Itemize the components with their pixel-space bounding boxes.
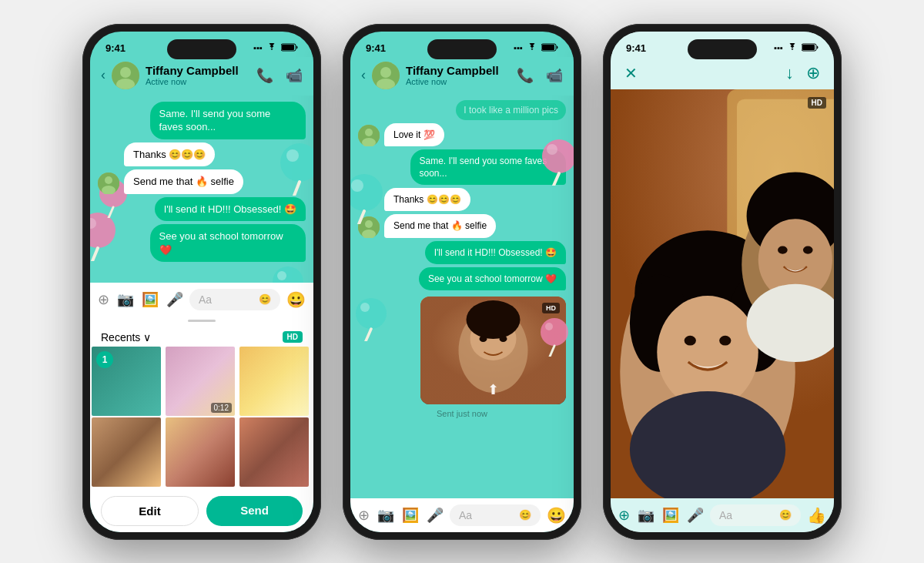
contact-info-2: Tiffany Campbell Active now bbox=[406, 64, 511, 86]
battery-icon-2 bbox=[541, 43, 558, 53]
svg-point-34 bbox=[541, 318, 568, 346]
svg-line-30 bbox=[359, 211, 364, 224]
avatar-small-1 bbox=[98, 173, 119, 194]
send-button-1[interactable]: Send bbox=[206, 496, 303, 526]
avatar-small-p2 bbox=[358, 125, 380, 146]
message-row-1: Same. I'll send you some faves soon... bbox=[98, 102, 306, 139]
input-placeholder-3: Aa bbox=[719, 509, 732, 521]
msg-partial: I took like a million pics bbox=[358, 100, 566, 120]
mic-icon-2[interactable]: 🎤 bbox=[427, 507, 444, 524]
phone-3-shell: 9:41 ▪▪▪ ✕ ↓ ⊕ bbox=[603, 24, 842, 540]
input-icons-3: ⊕ 📷 🖼️ 🎤 bbox=[618, 507, 704, 524]
mic-icon-3[interactable]: 🎤 bbox=[687, 507, 704, 524]
close-button-3[interactable]: ✕ bbox=[624, 64, 638, 82]
camera-icon-2[interactable]: 📷 bbox=[377, 507, 394, 524]
header-actions-2: 📞 📹 bbox=[517, 67, 563, 84]
battery-icon-1 bbox=[281, 43, 298, 53]
message-input-1[interactable]: Aa 😊 bbox=[189, 289, 280, 310]
phone-1-shell: 9:41 ▪▪▪ ‹ bbox=[82, 24, 321, 540]
add-icon-3[interactable]: ⊕ bbox=[618, 507, 630, 524]
thumbsup-3[interactable]: 👍 bbox=[807, 506, 826, 524]
media-thumb-4[interactable] bbox=[92, 417, 161, 487]
svg-line-10 bbox=[92, 248, 98, 261]
contact-info-1: Tiffany Campbell Active now bbox=[146, 64, 250, 86]
photo-icon-1[interactable]: 🖼️ bbox=[142, 291, 159, 308]
input-icons-1: ⊕ 📷 🖼️ 🎤 bbox=[98, 291, 183, 308]
camera-icon-1[interactable]: 📷 bbox=[117, 291, 134, 308]
back-button-1[interactable]: ‹ bbox=[101, 67, 105, 83]
status-time-2: 9:41 bbox=[366, 42, 386, 54]
phone-2-shell: 9:41 ▪▪▪ ‹ bbox=[343, 24, 581, 540]
add-icon-1[interactable]: ⊕ bbox=[98, 291, 109, 308]
message-bubble-1: Same. I'll send you some faves soon... bbox=[150, 102, 306, 139]
photo-view-actions-3: ↓ ⊕ bbox=[785, 63, 820, 83]
contact-status-1: Active now bbox=[146, 77, 250, 86]
emoji-icon-3[interactable]: 😊 bbox=[779, 509, 792, 521]
phone-3-screen: 9:41 ▪▪▪ ✕ ↓ ⊕ bbox=[611, 32, 834, 532]
signal-icon-2: ▪▪▪ bbox=[514, 43, 523, 52]
media-thumb-1[interactable]: 1 bbox=[92, 347, 161, 416]
media-thumb-5[interactable] bbox=[166, 417, 235, 487]
edit-button-1[interactable]: Edit bbox=[101, 496, 199, 526]
media-grid-1: 1 0:12 bbox=[90, 347, 313, 490]
msg-love: Love it 💯 bbox=[358, 123, 566, 146]
p2-candy-teal2 bbox=[354, 297, 389, 344]
input-placeholder-2: Aa bbox=[459, 509, 472, 521]
contact-name-2: Tiffany Campbell bbox=[406, 64, 511, 77]
msg-selfie-p2: Send me that 🔥 selfie bbox=[358, 214, 566, 237]
video-icon-2[interactable]: 📹 bbox=[546, 67, 563, 84]
media-thumb-2[interactable]: 0:12 bbox=[166, 347, 235, 416]
add-icon-2[interactable]: ⊕ bbox=[358, 507, 370, 524]
mic-icon-1[interactable]: 🎤 bbox=[166, 291, 183, 308]
status-time-1: 9:41 bbox=[105, 42, 126, 54]
svg-point-18 bbox=[105, 176, 112, 184]
video-icon-1[interactable]: 📹 bbox=[286, 67, 303, 84]
call-icon-2[interactable]: 📞 bbox=[517, 67, 534, 84]
msg-seeyou-p2: See you at school tomorrow ❤️ bbox=[358, 267, 566, 290]
download-icon-3[interactable]: ↓ bbox=[785, 63, 794, 83]
dynamic-island-2 bbox=[427, 39, 497, 59]
photo-icon-3[interactable]: 🖼️ bbox=[662, 507, 679, 524]
msg-love-bubble: Love it 💯 bbox=[384, 123, 444, 146]
recents-label[interactable]: Recents ∨ bbox=[101, 331, 151, 343]
emoji-sticker-1[interactable]: 😀 bbox=[286, 290, 306, 309]
photo-view-header-3: ✕ ↓ ⊕ bbox=[611, 57, 834, 89]
media-thumb-3[interactable] bbox=[239, 347, 309, 416]
phone-2-screen: 9:41 ▪▪▪ ‹ bbox=[350, 32, 574, 532]
svg-rect-51 bbox=[802, 45, 815, 50]
message-bubble-2: Thanks 😊😊😊 bbox=[124, 142, 215, 167]
video-duration-1: 0:12 bbox=[211, 403, 232, 413]
input-bar-3: ⊕ 📷 🖼️ 🎤 Aa 😊 👍 bbox=[611, 498, 834, 532]
message-input-2[interactable]: Aa 😊 bbox=[450, 504, 541, 526]
media-actions-1: Edit Send bbox=[90, 490, 313, 532]
media-thumb-6[interactable] bbox=[239, 417, 309, 487]
emoji-icon-2[interactable]: 😊 bbox=[519, 509, 531, 521]
svg-point-3 bbox=[120, 67, 131, 78]
share-icon-p2[interactable]: ⬆ bbox=[487, 381, 499, 398]
camera-icon-3[interactable]: 📷 bbox=[638, 507, 654, 524]
svg-point-29 bbox=[351, 179, 363, 192]
back-button-2[interactable]: ‹ bbox=[361, 67, 366, 83]
message-bubble-3: Send me that 🔥 selfie bbox=[124, 169, 243, 194]
battery-icon-3 bbox=[802, 43, 819, 53]
svg-point-47 bbox=[467, 300, 521, 339]
photo-icon-2[interactable]: 🖼️ bbox=[402, 507, 419, 524]
message-input-3[interactable]: Aa 😊 bbox=[710, 504, 801, 526]
options-icon-3[interactable]: ⊕ bbox=[806, 63, 820, 83]
media-picker-1: Recents ∨ HD 1 0:12 E bbox=[90, 317, 313, 532]
msg-thanks-p2: Thanks 😊😊😊 bbox=[358, 188, 566, 211]
svg-point-68 bbox=[803, 246, 813, 253]
phone-1: 9:41 ▪▪▪ ‹ bbox=[82, 24, 321, 540]
emoji-icon-1[interactable]: 😊 bbox=[259, 293, 271, 305]
hd-badge-1[interactable]: HD bbox=[283, 331, 303, 343]
svg-line-27 bbox=[554, 173, 559, 186]
message-row-4: I'll send it HD!!! Obsessed! 🤩 bbox=[98, 197, 306, 222]
svg-point-35 bbox=[545, 323, 553, 330]
avatar-2 bbox=[372, 62, 400, 89]
svg-rect-21 bbox=[542, 45, 554, 50]
input-bar-1: ⊕ 📷 🖼️ 🎤 Aa 😊 😀 bbox=[90, 283, 313, 317]
svg-point-61 bbox=[685, 335, 696, 345]
wifi-icon-3 bbox=[787, 43, 798, 53]
call-icon-1[interactable]: 📞 bbox=[256, 67, 273, 84]
emoji-sticker-2[interactable]: 😀 bbox=[547, 506, 566, 524]
